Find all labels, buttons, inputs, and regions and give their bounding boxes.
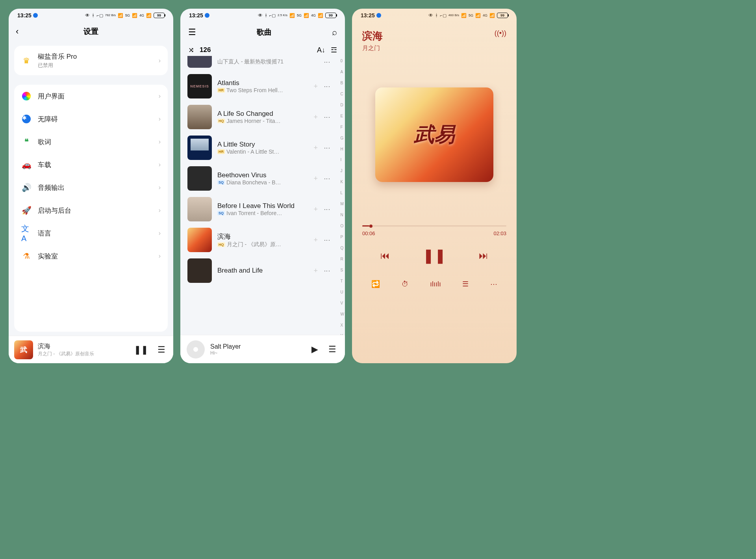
pause-button[interactable]: ❚❚ [422, 247, 446, 264]
index-letter[interactable]: W [341, 312, 344, 317]
index-letter[interactable]: 0 [341, 58, 344, 64]
settings-list: 用户界面› ✱无障碍› ❝歌词› 🚗车载› 🔊音频输出› 🚀启动与后台› 文A语… [14, 85, 168, 332]
index-letter[interactable]: O [341, 223, 344, 229]
index-scrollbar[interactable]: 0ABCDEFGHIJKLMNOPQRSTUVWXYZ# [341, 58, 344, 362]
index-letter[interactable]: A [341, 69, 344, 75]
add-button[interactable]: + [313, 175, 318, 183]
index-letter[interactable]: R [341, 256, 344, 262]
menu-button[interactable]: ☰ [188, 27, 196, 37]
settings-row-lyrics[interactable]: ❝歌词› [14, 130, 168, 153]
song-list[interactable]: 山下直人 - 最新热歌慢摇71⋮NEMESISAtlantisHRTwo Ste… [180, 56, 345, 363]
pro-title: 椒盐音乐 Pro [38, 52, 152, 61]
settings-row-ui[interactable]: 用户界面› [14, 85, 168, 108]
index-letter[interactable]: B [341, 80, 344, 86]
song-row[interactable]: Breath and Life+⋮ [180, 255, 338, 286]
index-letter[interactable]: K [341, 179, 344, 185]
song-more-button[interactable]: ⋮ [323, 237, 331, 243]
index-letter[interactable]: U [341, 290, 344, 295]
song-row[interactable]: A Little StoryHRValentin - A Little St…+… [180, 132, 338, 163]
search-button[interactable]: ⌕ [332, 27, 337, 37]
cast-button[interactable]: ((•)) [495, 29, 506, 37]
song-more-button[interactable]: ⋮ [323, 84, 331, 89]
song-row[interactable]: Beethoven VirusSQDiana Boncheva - B…+⋮ [180, 163, 338, 194]
status-time: 13:25 [17, 12, 32, 19]
add-button[interactable]: + [313, 267, 318, 275]
index-letter[interactable]: T [341, 279, 344, 284]
song-artist: HRValentin - A Little St… [217, 149, 308, 155]
index-letter[interactable]: V [341, 301, 344, 306]
page-title: 歌曲 [257, 27, 272, 37]
play-button[interactable]: ▶ [309, 344, 321, 355]
index-letter[interactable]: C [341, 91, 344, 97]
settings-row-car[interactable]: 🚗车载› [14, 153, 168, 176]
pro-card[interactable]: ♛ 椒盐音乐 Pro 已禁用 › [14, 46, 168, 75]
index-letter[interactable]: I [341, 157, 344, 163]
chevron-right-icon: › [159, 115, 161, 123]
song-row[interactable]: Before I Leave This WorldSQIvan Torrent … [180, 194, 338, 225]
index-letter[interactable]: S [341, 267, 344, 273]
equalizer-button[interactable]: ılıılı [430, 280, 441, 288]
album-art: 武易 [375, 87, 493, 182]
chevron-right-icon: › [159, 184, 161, 191]
previous-button[interactable]: ⏮ [380, 250, 390, 261]
index-letter[interactable]: J [341, 168, 344, 174]
index-letter[interactable]: M [341, 201, 344, 207]
settings-row-accessibility[interactable]: ✱无障碍› [14, 108, 168, 130]
shuffle-button[interactable]: ⤨ [188, 46, 194, 54]
settings-row-lab[interactable]: ⚗实验室› [14, 245, 168, 267]
settings-row-language[interactable]: 文A语言› [14, 222, 168, 245]
index-letter[interactable]: D [341, 102, 344, 108]
status-dot-icon [205, 13, 209, 18]
song-row[interactable]: 滨海HQ月之门 - 《武易》原…+⋮ [180, 225, 338, 255]
mini-player[interactable]: 武 滨海 月之门 - 《武易》原创音乐 ❚❚ ☰ [9, 336, 173, 363]
queue-button[interactable]: ☰ [326, 344, 339, 355]
index-letter[interactable]: H [341, 147, 344, 152]
song-more-button[interactable]: ⋮ [323, 268, 331, 273]
song-title: Before I Leave This World [217, 202, 308, 210]
back-button[interactable]: ‹ [16, 26, 19, 37]
add-button[interactable]: + [313, 236, 318, 244]
disc-icon [187, 340, 205, 358]
index-letter[interactable]: N [341, 212, 344, 218]
pause-button[interactable]: ❚❚ [132, 345, 150, 355]
song-more-button[interactable]: ⋮ [323, 145, 331, 150]
song-row[interactable]: NEMESISAtlantisHRTwo Steps From Hell…+⋮ [180, 71, 338, 102]
playlist-button[interactable]: ☰ [462, 280, 469, 288]
index-letter[interactable]: L [341, 190, 344, 196]
index-letter[interactable]: F [341, 124, 344, 130]
time-total: 02:03 [493, 230, 506, 236]
song-more-button[interactable]: ⋮ [323, 176, 331, 181]
song-more-button[interactable]: ⋮ [323, 59, 331, 65]
index-letter[interactable]: E [341, 113, 344, 119]
add-button[interactable]: + [313, 113, 318, 121]
seek-bar[interactable] [362, 225, 506, 227]
index-letter[interactable]: X [341, 323, 344, 328]
progress-thumb[interactable] [369, 225, 372, 228]
index-letter[interactable]: P [341, 234, 344, 240]
more-button[interactable]: ⋯ [490, 280, 497, 288]
add-button[interactable]: + [313, 82, 318, 91]
timer-button[interactable]: ⏱ [402, 280, 409, 288]
add-button[interactable]: + [313, 205, 318, 214]
song-row[interactable]: A Life So ChangedHQJames Horner - Tita…+… [180, 102, 338, 132]
song-title: Beethoven Virus [217, 171, 308, 179]
view-toggle-button[interactable]: ☲ [331, 46, 337, 54]
mini-cover: 武 [14, 340, 33, 359]
status-bar: 13:25 👁ᚼ⌐▢ 782 B/s 📶5G📶4G📶 99 [9, 9, 173, 22]
quality-badge: HR [217, 149, 225, 154]
time-elapsed: 00:06 [362, 230, 375, 236]
index-letter[interactable]: G [341, 136, 344, 141]
settings-row-boot[interactable]: 🚀启动与后台› [14, 199, 168, 222]
index-letter[interactable]: Q [341, 245, 344, 251]
song-artist: HRTwo Steps From Hell… [217, 87, 308, 93]
song-more-button[interactable]: ⋮ [323, 114, 331, 120]
song-more-button[interactable]: ⋮ [323, 206, 331, 212]
queue-button[interactable]: ☰ [155, 345, 168, 355]
next-button[interactable]: ⏭ [479, 250, 488, 261]
add-button[interactable]: + [313, 144, 318, 152]
sort-button[interactable]: A↓ [317, 46, 325, 54]
settings-row-audio[interactable]: 🔊音频输出› [14, 176, 168, 199]
song-row[interactable]: 山下直人 - 最新热歌慢摇71⋮ [180, 56, 338, 71]
repeat-button[interactable]: 🔁 [371, 280, 380, 288]
mini-player[interactable]: Salt Player Hi~ ▶ ☰ [180, 335, 345, 363]
